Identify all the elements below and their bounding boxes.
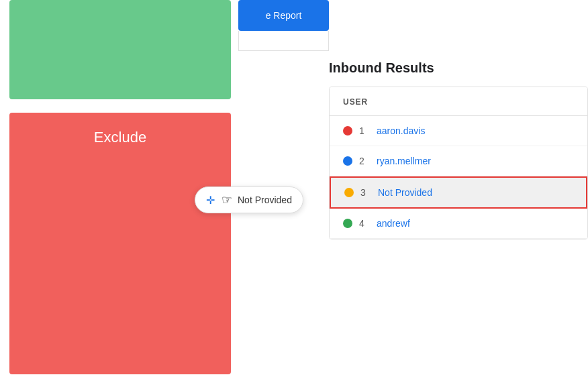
status-dot-yellow — [344, 188, 354, 197]
report-button[interactable]: e Report — [238, 0, 329, 31]
drag-icon: ✛ — [206, 194, 215, 207]
status-dot-green — [343, 219, 352, 228]
row-username[interactable]: aaron.davis — [377, 125, 425, 136]
exclude-box: Exclude — [9, 113, 231, 374]
table-row[interactable]: 4 andrewf — [330, 209, 587, 239]
right-panel: Inbound Results USER 1 aaron.davis 2 rya… — [329, 60, 588, 239]
row-username[interactable]: ryan.mellmer — [377, 156, 431, 166]
row-username[interactable]: andrewf — [377, 218, 410, 229]
table-header: USER — [330, 87, 587, 116]
exclude-label: Exclude — [94, 129, 146, 146]
table-row[interactable]: 2 ryan.mellmer — [330, 146, 587, 176]
row-number: 3 — [360, 187, 371, 198]
report-button-label: e Report — [266, 10, 302, 21]
column-user-header: USER — [343, 97, 368, 107]
row-number: 4 — [359, 218, 370, 229]
table-row-highlighted[interactable]: 3 Not Provided — [330, 176, 587, 209]
row-number: 1 — [359, 125, 370, 136]
green-box — [9, 0, 231, 99]
status-dot-blue — [343, 156, 352, 166]
report-card-bottom — [238, 31, 329, 51]
section-title: Inbound Results — [329, 60, 588, 76]
row-username-not-provided[interactable]: Not Provided — [378, 187, 432, 198]
drag-pill[interactable]: ✛ ☞ Not Provided — [195, 186, 303, 213]
row-number: 2 — [359, 156, 370, 166]
results-table: USER 1 aaron.davis 2 ryan.mellmer 3 Not … — [329, 87, 588, 239]
table-row[interactable]: 1 aaron.davis — [330, 116, 587, 146]
drag-pill-text: Not Provided — [238, 195, 292, 205]
status-dot-red — [343, 126, 352, 136]
cursor-icon: ☞ — [222, 193, 232, 207]
